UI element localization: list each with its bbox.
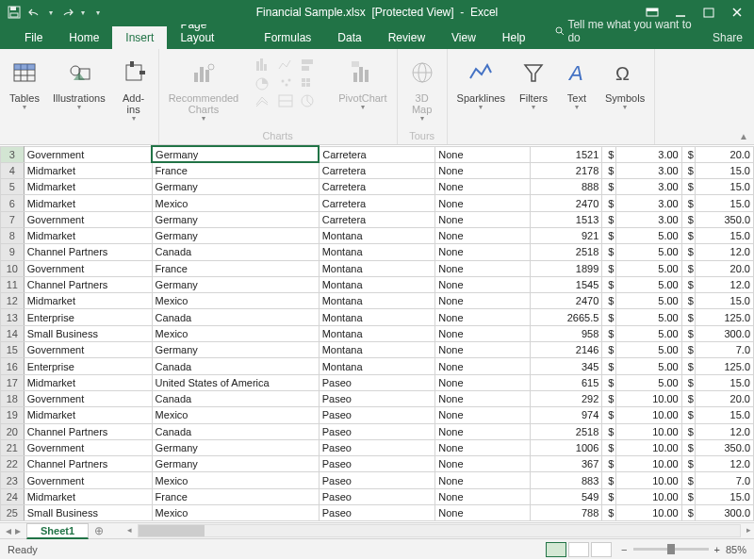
cell[interactable]: None bbox=[435, 358, 531, 374]
cell[interactable]: $ bbox=[681, 260, 695, 276]
cell[interactable]: 974 bbox=[531, 407, 602, 423]
cell[interactable]: 10.00 bbox=[615, 423, 681, 439]
close-icon[interactable] bbox=[729, 5, 745, 20]
cell[interactable]: 15.0 bbox=[696, 374, 754, 390]
cell[interactable]: $ bbox=[681, 293, 695, 309]
cell[interactable]: Montana bbox=[319, 260, 435, 276]
sheet-tab[interactable]: Sheet1 bbox=[26, 523, 89, 539]
ribbon-filters-button[interactable]: Filters▾ bbox=[513, 53, 554, 113]
cell[interactable]: 1545 bbox=[531, 276, 602, 292]
cell[interactable]: $ bbox=[681, 505, 695, 521]
cell[interactable]: 10.00 bbox=[615, 488, 681, 504]
cell[interactable]: Carretera bbox=[319, 179, 435, 195]
cell[interactable]: Government bbox=[24, 260, 152, 276]
cell[interactable]: $ bbox=[681, 374, 695, 390]
cell[interactable]: 2665.5 bbox=[531, 309, 602, 325]
table-row[interactable]: 13EnterpriseCanadaMontanaNone2665.5$5.00… bbox=[1, 309, 754, 325]
cell[interactable]: Midmarket bbox=[24, 162, 152, 178]
table-row[interactable]: 19MidmarketMexicoPaseoNone974$10.00$15.0 bbox=[1, 407, 754, 423]
cell[interactable]: None bbox=[435, 146, 531, 162]
cell[interactable]: 12.0 bbox=[696, 456, 754, 472]
cell[interactable]: None bbox=[435, 472, 531, 488]
cell[interactable]: Paseo bbox=[319, 439, 435, 455]
cell[interactable]: Montana bbox=[319, 276, 435, 292]
cell[interactable]: 12.0 bbox=[696, 423, 754, 439]
tab-home[interactable]: Home bbox=[56, 26, 112, 49]
cell[interactable]: 10.00 bbox=[615, 407, 681, 423]
cell[interactable]: 367 bbox=[531, 456, 602, 472]
cell[interactable]: None bbox=[435, 342, 531, 358]
table-row[interactable]: 17MidmarketUnited States of AmericaPaseo… bbox=[1, 374, 754, 390]
cell[interactable]: 20.0 bbox=[696, 260, 754, 276]
tab-help[interactable]: Help bbox=[489, 26, 539, 49]
row-header[interactable]: 4 bbox=[1, 162, 25, 178]
cell[interactable]: Carretera bbox=[319, 146, 435, 162]
table-row[interactable]: 15GovernmentGermanyMontanaNone2146$5.00$… bbox=[1, 342, 754, 358]
cell[interactable]: $ bbox=[681, 309, 695, 325]
cell[interactable]: Germany bbox=[152, 211, 319, 227]
cell[interactable]: 5.00 bbox=[615, 309, 681, 325]
cell[interactable]: Canada bbox=[152, 423, 319, 439]
cell[interactable]: $ bbox=[602, 146, 615, 162]
cell[interactable]: None bbox=[435, 423, 531, 439]
cell[interactable]: None bbox=[435, 374, 531, 390]
cell[interactable]: Midmarket bbox=[24, 227, 152, 243]
tell-me-search[interactable]: Tell me what you want to do bbox=[547, 13, 701, 49]
collapse-ribbon-icon[interactable]: ▲ bbox=[739, 131, 748, 141]
cell[interactable]: None bbox=[435, 505, 531, 521]
cell[interactable]: $ bbox=[681, 423, 695, 439]
cell[interactable]: 350.0 bbox=[696, 211, 754, 227]
cell[interactable]: 615 bbox=[531, 374, 602, 390]
row-header[interactable]: 19 bbox=[1, 407, 25, 423]
cell[interactable]: Midmarket bbox=[24, 407, 152, 423]
cell[interactable]: None bbox=[435, 195, 531, 211]
cell[interactable]: Enterprise bbox=[24, 309, 152, 325]
cell[interactable]: 5.00 bbox=[615, 358, 681, 374]
cell[interactable]: Montana bbox=[319, 293, 435, 309]
cell[interactable]: $ bbox=[681, 179, 695, 195]
cell[interactable]: Paseo bbox=[319, 407, 435, 423]
cell[interactable]: $ bbox=[602, 358, 615, 374]
zoom-level[interactable]: 85% bbox=[726, 544, 746, 555]
cell[interactable]: Midmarket bbox=[24, 374, 152, 390]
cell[interactable]: None bbox=[435, 244, 531, 260]
row-header[interactable]: 16 bbox=[1, 358, 25, 374]
cell[interactable]: Montana bbox=[319, 309, 435, 325]
cell[interactable]: France bbox=[152, 488, 319, 504]
cell[interactable]: Germany bbox=[152, 276, 319, 292]
cell[interactable]: 15.0 bbox=[696, 488, 754, 504]
cell[interactable]: Midmarket bbox=[24, 179, 152, 195]
cell[interactable]: None bbox=[435, 293, 531, 309]
worksheet-grid[interactable]: 3GovernmentGermanyCarreteraNone1521$3.00… bbox=[0, 145, 754, 522]
qat-customize-icon[interactable]: ▾ bbox=[96, 8, 100, 17]
cell[interactable]: $ bbox=[681, 439, 695, 455]
cell[interactable]: 788 bbox=[531, 505, 602, 521]
table-row[interactable]: 7GovernmentGermanyCarreteraNone1513$3.00… bbox=[1, 211, 754, 227]
cell[interactable]: 549 bbox=[531, 488, 602, 504]
cell[interactable]: $ bbox=[681, 342, 695, 358]
cell[interactable]: 20.0 bbox=[696, 390, 754, 406]
ribbon-sparklines-button[interactable]: Sparklines▾ bbox=[451, 53, 511, 113]
cell[interactable]: None bbox=[435, 439, 531, 455]
row-header[interactable]: 10 bbox=[1, 260, 25, 276]
cell[interactable]: Montana bbox=[319, 358, 435, 374]
cell[interactable]: None bbox=[435, 309, 531, 325]
row-header[interactable]: 11 bbox=[1, 276, 25, 292]
cell[interactable]: $ bbox=[602, 472, 615, 488]
cell[interactable]: 292 bbox=[531, 390, 602, 406]
cell[interactable]: Mexico bbox=[152, 472, 319, 488]
cell[interactable]: Canada bbox=[152, 244, 319, 260]
cell[interactable]: None bbox=[435, 179, 531, 195]
cell[interactable]: Mexico bbox=[152, 293, 319, 309]
undo-icon[interactable] bbox=[28, 6, 41, 19]
cell[interactable]: 5.00 bbox=[615, 260, 681, 276]
cell[interactable]: Germany bbox=[152, 342, 319, 358]
cell[interactable]: 3.00 bbox=[615, 195, 681, 211]
cell[interactable]: 125.0 bbox=[696, 309, 754, 325]
cell[interactable]: Mexico bbox=[152, 195, 319, 211]
cell[interactable]: Channel Partners bbox=[24, 244, 152, 260]
cell[interactable]: $ bbox=[602, 407, 615, 423]
cell[interactable]: 350.0 bbox=[696, 439, 754, 455]
row-header[interactable]: 15 bbox=[1, 342, 25, 358]
cell[interactable]: Paseo bbox=[319, 488, 435, 504]
